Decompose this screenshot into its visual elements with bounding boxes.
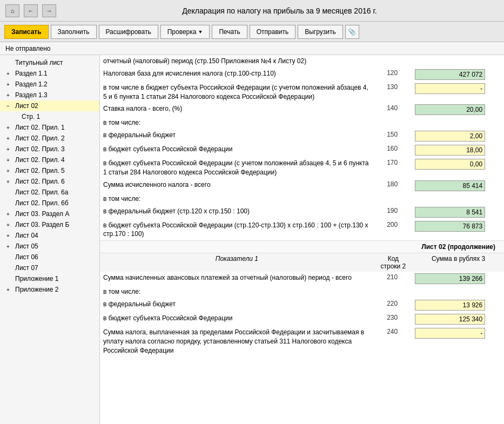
row-code: 120 [373,68,412,82]
value-box[interactable]: 20,00 [415,104,485,115]
row-code: 160 [373,143,412,157]
row-label: в том числе: [100,193,373,205]
check-button[interactable]: Проверка [160,25,210,39]
sidebar-item-title[interactable]: Титульный лист [0,57,99,68]
value-box[interactable]: 85 414 [415,180,485,191]
value-box[interactable]: - [415,328,485,339]
sidebar-item-label: Лист 07 [15,264,38,272]
value-box[interactable]: 76 873 [415,221,485,232]
bottom-table: Сумма начисленных авансовых платежей за … [100,272,504,356]
sidebar-item-list07[interactable]: Лист 07 [0,263,99,273]
main-layout: Титульный лист+Раздел 1.1+Раздел 1.2+Раз… [0,55,504,424]
sidebar-item-list02pril2[interactable]: +Лист 02. Прил. 2 [0,133,99,144]
sidebar-item-list03sectionA[interactable]: +Лист 03. Раздел А [0,208,99,219]
sidebar-item-label: Лист 02. Прил. 6б [15,199,69,207]
sidebar-item-prilozhenie1[interactable]: Приложение 1 [0,273,99,284]
row-label: в федеральный бюджет [100,298,373,312]
row-code: 130 [373,82,412,103]
row-label: в федеральный бюджет (стр.120 х стр.150 … [100,205,373,219]
content-area: отчетный (налоговый) период (стр.150 При… [100,55,504,424]
table-row: Сумма исчисленного налога - всего18085 4… [100,179,504,193]
write-button[interactable]: Записать [4,25,49,39]
toggle-icon: + [6,146,13,152]
home-button[interactable]: ⌂ [5,4,19,17]
sidebar-item-list02pril6b[interactable]: Лист 02. Прил. 6б [0,198,99,208]
toggle-icon: + [6,179,13,185]
row-value-cell [412,55,504,68]
sidebar-item-label: Лист 04 [15,232,38,239]
row-value-cell: 0,00 [412,157,504,179]
sidebar-item-label: Приложение 2 [15,286,58,293]
sidebar-item-list06[interactable]: Лист 06 [0,252,99,263]
sidebar-item-section1_1[interactable]: +Раздел 1.1 [0,68,99,79]
sidebar-item-label: Лист 05 [15,243,38,250]
sidebar-item-prilozhenie2[interactable]: +Приложение 2 [0,284,99,295]
row-value-cell [412,117,504,129]
export-button[interactable]: Выгрузить [298,25,343,39]
toolbar: Записать Заполнить Расшифровать Проверка… [0,22,504,42]
sidebar-item-label: Приложение 1 [15,275,58,282]
col-code-header: Код строки 2 [374,253,413,272]
attach-button[interactable]: 📎 [345,25,359,39]
sidebar-item-section1_3[interactable]: +Раздел 1.3 [0,90,99,100]
value-box[interactable]: 0,00 [415,159,485,170]
row-value-cell: 18,00 [412,143,504,157]
row-value-cell [412,286,504,298]
table-row: в том числе в бюджет субъекта Российской… [100,82,504,103]
send-button[interactable]: Отправить [250,25,296,39]
row-label: в том числе в бюджет субъекта Российской… [100,82,373,103]
value-box[interactable]: 13 926 [415,300,485,311]
forward-button[interactable]: → [42,4,56,17]
value-box[interactable]: 125 340 [415,314,485,325]
table-row: отчетный (налоговый) период (стр.150 При… [100,55,504,68]
value-box[interactable]: 18,00 [415,145,485,156]
col-headers-table: Показатели 1 Код строки 2 Сумма в рублях… [100,253,504,272]
sidebar-item-list02pril3[interactable]: +Лист 02. Прил. 3 [0,144,99,154]
sidebar-item-list03sectionB[interactable]: +Лист 03. Раздел Б [0,219,99,230]
row-code: 150 [373,129,412,143]
decode-button[interactable]: Расшифровать [99,25,158,39]
table-row: в бюджет субъекта Российской Федерации (… [100,157,504,179]
page-title: Декларация по налогу на прибыль за 9 мес… [61,6,499,15]
table-row: в том числе: [100,117,504,129]
row-label: в бюджет субъекта Российской Федерации [100,312,373,326]
sidebar-item-str1[interactable]: Стр. 1 [0,111,99,122]
value-box[interactable]: 427 072 [415,69,485,80]
toggle-icon: − [6,103,13,109]
sidebar-item-label: Раздел 1.2 [15,80,48,88]
sidebar-item-list02pril4[interactable]: +Лист 02. Прил. 4 [0,154,99,165]
value-box[interactable]: 139 266 [415,273,485,284]
row-label: Сумма начисленных авансовых платежей за … [100,272,373,286]
sidebar-item-label: Лист 02. Прил. 6 [15,178,65,185]
value-box[interactable]: - [415,83,485,94]
toggle-icon: + [6,82,13,88]
row-label: в том числе: [100,117,373,129]
fill-button[interactable]: Заполнить [51,25,97,39]
sidebar-item-section1_2[interactable]: +Раздел 1.2 [0,79,99,90]
continuation-header: Лист 02 (продолжение) [100,240,504,253]
value-box[interactable]: 8 541 [415,207,485,218]
row-code: 200 [373,219,412,241]
row-code: 180 [373,179,412,193]
toggle-icon: + [6,244,13,250]
sidebar-item-list02pril6[interactable]: +Лист 02. Прил. 6 [0,176,99,187]
print-button[interactable]: Печать [212,25,247,39]
value-box[interactable]: 2,00 [415,131,485,142]
sidebar-item-label: Лист 06 [15,253,38,261]
row-code [373,286,412,298]
sidebar-item-list02pril1[interactable]: +Лист 02. Прил. 1 [0,122,99,133]
sidebar-item-list02[interactable]: −Лист 02 [0,100,99,111]
row-code: 220 [373,298,412,312]
sidebar-item-list02pril6a[interactable]: Лист 02. Прил. 6а [0,187,99,198]
row-value-cell: 427 072 [412,68,504,82]
sidebar-item-label: Лист 02. Прил. 3 [15,145,65,153]
sidebar-item-list02pril5[interactable]: +Лист 02. Прил. 5 [0,165,99,176]
sidebar-item-list04[interactable]: +Лист 04 [0,230,99,241]
row-code: 190 [373,205,412,219]
back-button[interactable]: ← [24,4,38,17]
toggle-icon: + [6,71,13,77]
table-row: Налоговая база для исчисления налога (ст… [100,68,504,82]
table-row: в бюджет субъекта Российской Федерации23… [100,312,504,326]
row-value-cell: 13 926 [412,298,504,312]
sidebar-item-list05[interactable]: +Лист 05 [0,241,99,252]
